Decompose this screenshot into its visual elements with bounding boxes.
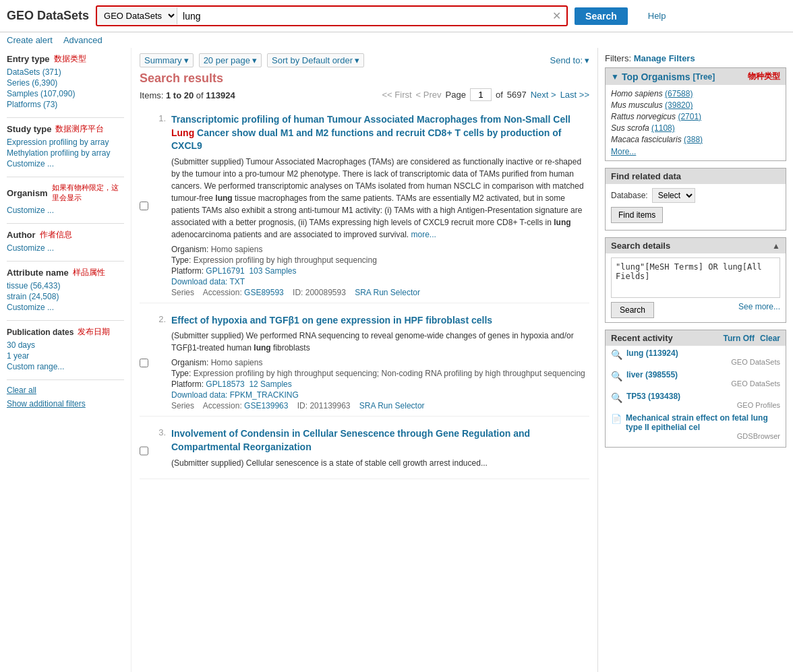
clear-all-link[interactable]: Clear all bbox=[7, 386, 124, 395]
activity-liver-link[interactable]: liver (398555) bbox=[626, 370, 678, 379]
recent-activity-body: 🔍 lung (113924) GEO DataSets 🔍 liver (39… bbox=[606, 346, 786, 447]
total-pages: 5697 bbox=[507, 90, 527, 100]
result-title-3[interactable]: Involvement of Condensin in Cellular Sen… bbox=[171, 427, 589, 454]
filter-expression-array[interactable]: Expression profiling by array bbox=[7, 138, 124, 147]
result-checkbox-1[interactable] bbox=[140, 115, 148, 297]
filters-label: Filters: bbox=[605, 53, 631, 63]
help-link[interactable]: Help bbox=[648, 11, 666, 21]
per-page-arrow-icon: ▾ bbox=[252, 55, 257, 65]
customize-author[interactable]: Customize ... bbox=[7, 243, 124, 253]
highlight-lung-1: Lung bbox=[171, 127, 194, 138]
entry-type-section: Entry type 数据类型 DataSets (371) Series (6… bbox=[7, 53, 124, 109]
find-items-button[interactable]: Find items bbox=[611, 207, 663, 223]
samples-link-1[interactable]: 103 Samples bbox=[249, 266, 296, 276]
mus-musculus-count[interactable]: (39820) bbox=[665, 100, 693, 110]
download-link-2[interactable]: Download data: FPKM_TRACKING bbox=[171, 390, 299, 400]
accession-link-2[interactable]: GSE139963 bbox=[244, 401, 288, 410]
result-meta-type-2: Type: Expression profiling by high throu… bbox=[171, 369, 589, 378]
result-checkbox-2[interactable] bbox=[140, 315, 148, 411]
pub-dates-label: Publication dates bbox=[7, 328, 74, 337]
filter-samples[interactable]: Samples (107,090) bbox=[7, 89, 124, 98]
sra-link-1[interactable]: SRA Run Selector bbox=[355, 288, 420, 297]
sus-scrofa-count[interactable]: (1108) bbox=[651, 123, 675, 133]
query-box: "lung"[MeSH Terms] OR lung[All Fields] bbox=[611, 257, 780, 298]
left-sidebar: Entry type 数据类型 DataSets (371) Series (6… bbox=[0, 48, 131, 672]
header: GEO DataSets GEO DataSets GEO Profiles P… bbox=[0, 0, 793, 32]
filter-30-days[interactable]: 30 days bbox=[7, 340, 124, 350]
clear-search-button[interactable]: ✕ bbox=[547, 7, 566, 25]
filter-platforms[interactable]: Platforms (73) bbox=[7, 100, 124, 109]
activity-tp53-link[interactable]: TP53 (193438) bbox=[626, 392, 680, 401]
customize-organism[interactable]: Customize ... bbox=[7, 206, 124, 215]
clear-activity-link[interactable]: Clear bbox=[760, 334, 780, 343]
filters-header: Filters: Manage Filters bbox=[605, 53, 786, 63]
filter-datasets[interactable]: DataSets (371) bbox=[7, 67, 124, 77]
first-page-link[interactable]: << First bbox=[382, 90, 412, 100]
author-header: Author 作者信息 bbox=[7, 229, 124, 241]
search-button[interactable]: Search bbox=[575, 7, 628, 25]
platform-link-2[interactable]: GPL18573 bbox=[206, 379, 244, 389]
filter-1-year[interactable]: 1 year bbox=[7, 351, 124, 361]
filter-strain[interactable]: strain (24,508) bbox=[7, 292, 124, 301]
result-meta-organism-1: Organism: Homo sapiens bbox=[171, 245, 589, 254]
recent-activity-controls: Turn Off Clear bbox=[724, 334, 780, 343]
page-input[interactable] bbox=[470, 88, 492, 101]
search-input[interactable] bbox=[177, 8, 547, 24]
per-page-dropdown[interactable]: 20 per page ▾ bbox=[199, 53, 262, 67]
samples-link-2[interactable]: 12 Samples bbox=[249, 379, 291, 389]
result-title-1[interactable]: Transcriptomic profiling of human Tumour… bbox=[171, 113, 589, 153]
activity-text-lung: lung (113924) GEO DataSets bbox=[626, 348, 780, 366]
accession-link-1[interactable]: GSE89593 bbox=[244, 288, 284, 297]
sra-link-2[interactable]: SRA Run Selector bbox=[359, 401, 425, 410]
top-organisms-body: Homo sapiens (67588) Mus musculus (39820… bbox=[606, 85, 786, 160]
sub-header: Create alert Advanced bbox=[0, 32, 793, 48]
platform-link-1[interactable]: GPL16791 bbox=[206, 266, 244, 276]
rattus-norvegicus-count[interactable]: (2701) bbox=[678, 112, 701, 121]
result-checkbox-3[interactable] bbox=[140, 429, 148, 472]
sort-arrow-icon: ▾ bbox=[355, 55, 359, 65]
filter-series[interactable]: Series (6,390) bbox=[7, 78, 124, 88]
more-link-1[interactable]: more... bbox=[411, 230, 436, 239]
search-details-search-btn[interactable]: Search bbox=[611, 302, 654, 318]
database-dropdown[interactable]: Select bbox=[652, 188, 695, 203]
activity-item-lung: 🔍 lung (113924) GEO DataSets bbox=[611, 348, 780, 366]
activity-lung-link[interactable]: lung (113924) bbox=[626, 348, 678, 358]
summary-dropdown[interactable]: Summary ▾ bbox=[140, 53, 194, 67]
filter-methylation-array[interactable]: Methylation profiling by array bbox=[7, 148, 124, 158]
study-type-label: Study type bbox=[7, 124, 51, 134]
result-abstract-2: (Submitter supplied) We performed RNA se… bbox=[171, 330, 589, 354]
tree-link[interactable]: [Tree] bbox=[693, 72, 715, 82]
organism-section: Organism 如果有物种限定，这里会显示 Customize ... bbox=[7, 183, 124, 215]
last-page-link[interactable]: Last >> bbox=[560, 90, 589, 100]
prev-page-link[interactable]: < Prev bbox=[416, 90, 442, 100]
database-select[interactable]: GEO DataSets GEO Profiles PubMed bbox=[97, 7, 177, 24]
create-alert-link[interactable]: Create alert bbox=[7, 35, 53, 45]
attribute-section: Attribute name 样品属性 tissue (56,433) stra… bbox=[7, 267, 124, 312]
sort-dropdown[interactable]: Sort by Default order ▾ bbox=[267, 53, 364, 67]
result-number-3: 3. bbox=[154, 427, 166, 472]
activity-mechanical-link[interactable]: Mechanical strain effect on fetal lung t… bbox=[626, 413, 768, 432]
macaca-fascicularis-count[interactable]: (388) bbox=[684, 135, 703, 144]
filter-custom-range[interactable]: Custom range... bbox=[7, 362, 124, 371]
filter-tissue[interactable]: tissue (56,433) bbox=[7, 281, 124, 291]
more-organisms-link[interactable]: More... bbox=[611, 147, 636, 156]
site-title: GEO DataSets bbox=[7, 9, 89, 23]
customize-attr[interactable]: Customize ... bbox=[7, 303, 124, 312]
activity-tp53-source: GEO Profiles bbox=[626, 401, 780, 409]
activity-item-tp53: 🔍 TP53 (193438) GEO Profiles bbox=[611, 392, 780, 409]
customize-study-type[interactable]: Customize ... bbox=[7, 159, 124, 169]
result-title-2[interactable]: Effect of hypoxia and TGFβ1 on gene expr… bbox=[171, 314, 589, 328]
search-details-collapse-btn[interactable]: ▲ bbox=[772, 241, 780, 251]
homo-sapiens-count[interactable]: (67588) bbox=[665, 89, 693, 98]
database-row: Database: Select bbox=[611, 188, 780, 203]
advanced-link[interactable]: Advanced bbox=[63, 35, 102, 45]
pub-dates-chinese: 发布日期 bbox=[78, 326, 110, 338]
next-page-link[interactable]: Next > bbox=[531, 90, 556, 100]
manage-filters-link[interactable]: Manage Filters bbox=[634, 53, 695, 63]
turn-off-link[interactable]: Turn Off bbox=[724, 334, 755, 343]
result-meta-organism-2: Organism: Homo sapiens bbox=[171, 358, 589, 367]
show-additional-filters-link[interactable]: Show additional filters bbox=[7, 399, 86, 408]
send-to[interactable]: Send to: ▾ bbox=[550, 55, 589, 65]
download-link-1[interactable]: Download data: TXT bbox=[171, 277, 245, 286]
see-more-link[interactable]: See more... bbox=[738, 302, 780, 311]
